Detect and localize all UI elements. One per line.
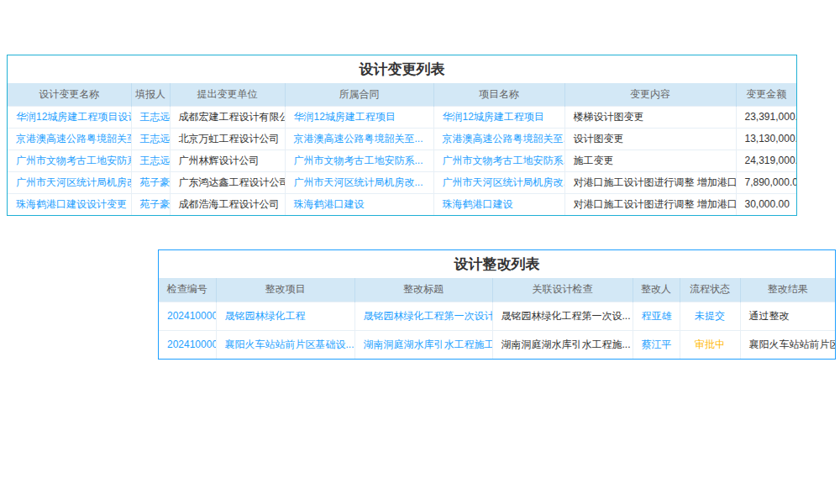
change-amount-cell: 30,000.00 <box>736 193 796 215</box>
rectify-header-result: 整改结果 <box>740 278 835 302</box>
change-project-link[interactable]: 京港澳高速公路粤境韶关至... <box>433 128 564 150</box>
design-change-panel: 设计变更列表 设计变更名称填报人提出变更单位所属合同项目名称变更内容变更金额 华… <box>7 55 797 216</box>
change-contract-link[interactable]: 华润12城房建工程项目 <box>285 106 433 128</box>
table-row: 珠海鹤港口建设设计变更苑子豪成都浩海工程设计公司珠海鹤港口建设珠海鹤港口建设对港… <box>8 193 796 215</box>
rectify-header-check_no: 检查编号 <box>159 278 216 302</box>
change-project-link[interactable]: 华润12城房建工程项目 <box>433 106 564 128</box>
change-contract-link[interactable]: 珠海鹤港口建设 <box>285 193 433 215</box>
table-row: 2024100002晟铭园林绿化工程晟铭园林绿化工程第一次设计...晟铭园林绿化… <box>159 302 835 330</box>
change-reporter-link[interactable]: 苑子豪 <box>131 171 170 193</box>
change-content-cell: 设计图变更 <box>564 128 736 150</box>
table-row: 2024100001襄阳火车站站前片区基础设...湖南洞庭湖水库引水工程施工I.… <box>159 330 835 359</box>
change-unit-cell: 北京万虹工程设计公司 <box>170 128 285 150</box>
rectify-person-link[interactable]: 程亚雄 <box>633 302 680 330</box>
table-row: 京港澳高速公路粤境韶关至...王志远北京万虹工程设计公司京港澳高速公路粤境韶关至… <box>8 128 796 150</box>
change-content-cell: 对港口施工设计图进行调整 增加港口管道建设工程 <box>564 171 736 193</box>
change-reporter-link[interactable]: 苑子豪 <box>131 193 170 215</box>
change-header-contract: 所属合同 <box>285 83 433 106</box>
rectify-project-link[interactable]: 晟铭园林绿化工程 <box>216 302 354 330</box>
rectify-header-status: 流程状态 <box>680 278 740 302</box>
rectify-title-link[interactable]: 晟铭园林绿化工程第一次设计... <box>354 302 492 330</box>
change-reporter-link[interactable]: 王志远 <box>131 106 170 128</box>
rectify-related-cell: 晟铭园林绿化工程第一次设... <box>492 302 633 330</box>
change-content-cell: 楼梯设计图变更 <box>564 106 736 128</box>
change-project-link[interactable]: 广州市天河区统计局机房改... <box>433 171 564 193</box>
change-contract-link[interactable]: 京港澳高速公路粤境韶关至... <box>285 128 433 150</box>
change-name-link[interactable]: 广州市天河区统计局机房改... <box>8 171 131 193</box>
rectify-result-cell: 通过整改 <box>740 302 835 330</box>
change-amount-cell: 7,890,000.00 <box>736 171 796 193</box>
table-row: 广州市文物考古工地安防系...王志远广州林辉设计公司广州市文物考古工地安防系..… <box>8 150 796 171</box>
rectify-header-related: 关联设计检查 <box>492 278 633 302</box>
change-name-link[interactable]: 京港澳高速公路粤境韶关至... <box>8 128 131 150</box>
design-change-table: 设计变更名称填报人提出变更单位所属合同项目名称变更内容变更金额 华润12城房建工… <box>8 83 796 215</box>
change-unit-cell: 广州林辉设计公司 <box>170 150 285 171</box>
design-rectify-panel: 设计整改列表 检查编号整改项目整改标题关联设计检查整改人流程状态整改结果 202… <box>158 249 836 360</box>
change-name-link[interactable]: 华润12城房建工程项目设计... <box>8 106 131 128</box>
change-unit-cell: 广东鸿达鑫工程设计公司 <box>170 171 285 193</box>
change-header-amount: 变更金额 <box>736 83 796 106</box>
change-header-reporter: 填报人 <box>131 83 170 106</box>
rectify-status-cell: 审批中 <box>680 330 740 359</box>
rectify-project-link[interactable]: 襄阳火车站站前片区基础设... <box>216 330 354 359</box>
change-amount-cell: 23,391,000.00 <box>736 106 796 128</box>
change-name-link[interactable]: 珠海鹤港口建设设计变更 <box>8 193 131 215</box>
rectify-related-cell: 湖南洞庭湖水库引水工程施... <box>492 330 633 359</box>
rectify-header-project: 整改项目 <box>216 278 354 302</box>
change-project-link[interactable]: 珠海鹤港口建设 <box>433 193 564 215</box>
rectify-result-cell: 襄阳火车站站前片区... <box>740 330 835 359</box>
change-name-link[interactable]: 广州市文物考古工地安防系... <box>8 150 131 171</box>
change-content-cell: 施工变更 <box>564 150 736 171</box>
table-row: 广州市天河区统计局机房改...苑子豪广东鸿达鑫工程设计公司广州市天河区统计局机房… <box>8 171 796 193</box>
change-contract-link[interactable]: 广州市文物考古工地安防系... <box>285 150 433 171</box>
table-row: 华润12城房建工程项目设计...王志远成都宏建工程设计有限公司华润12城房建工程… <box>8 106 796 128</box>
rectify-check_no-link[interactable]: 2024100001 <box>159 330 216 359</box>
change-amount-cell: 24,319,000.00 <box>736 150 796 171</box>
change-amount-cell: 13,130,000.00 <box>736 128 796 150</box>
rectify-header-title: 整改标题 <box>354 278 492 302</box>
design-rectify-table: 检查编号整改项目整改标题关联设计检查整改人流程状态整改结果 2024100002… <box>159 278 835 359</box>
rectify-header-person: 整改人 <box>633 278 680 302</box>
change-header-unit: 提出变更单位 <box>170 83 285 106</box>
change-header-name: 设计变更名称 <box>8 83 131 106</box>
change-unit-cell: 成都宏建工程设计有限公司 <box>170 106 285 128</box>
change-unit-cell: 成都浩海工程设计公司 <box>170 193 285 215</box>
design-rectify-title: 设计整改列表 <box>159 250 835 278</box>
rectify-person-link[interactable]: 蔡江平 <box>633 330 680 359</box>
design-change-title: 设计变更列表 <box>8 55 796 83</box>
change-header-content: 变更内容 <box>564 83 736 106</box>
change-reporter-link[interactable]: 王志远 <box>131 128 170 150</box>
change-project-link[interactable]: 广州市文物考古工地安防系... <box>433 150 564 171</box>
rectify-title-link[interactable]: 湖南洞庭湖水库引水工程施工I... <box>354 330 492 359</box>
change-contract-link[interactable]: 广州市天河区统计局机房改... <box>285 171 433 193</box>
design-rectify-header-row: 检查编号整改项目整改标题关联设计检查整改人流程状态整改结果 <box>159 278 835 302</box>
rectify-status-cell: 未提交 <box>680 302 740 330</box>
design-change-header-row: 设计变更名称填报人提出变更单位所属合同项目名称变更内容变更金额 <box>8 83 796 106</box>
change-header-project: 项目名称 <box>433 83 564 106</box>
change-reporter-link[interactable]: 王志远 <box>131 150 170 171</box>
change-content-cell: 对港口施工设计图进行调整 增加港口管道建设工程 <box>564 193 736 215</box>
rectify-check_no-link[interactable]: 2024100002 <box>159 302 216 330</box>
